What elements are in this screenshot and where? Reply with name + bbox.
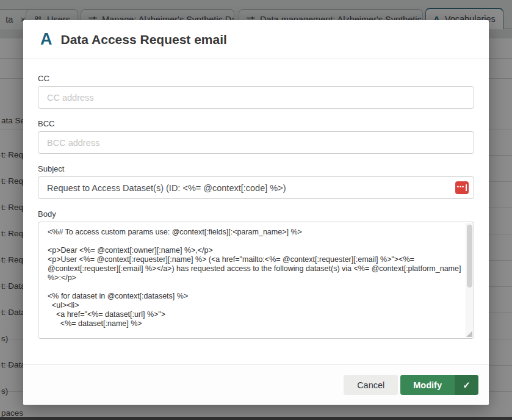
- cc-label: CC: [38, 74, 474, 83]
- dialog-title: Data Access Request email: [61, 32, 227, 47]
- dialog-header: A Data Access Request email: [23, 20, 489, 59]
- body-textarea[interactable]: <%# To access custom params use: @contex…: [38, 222, 474, 339]
- screen: ta × Users × Man: [0, 0, 512, 420]
- dialog-footer: Cancel Modify ✓: [23, 364, 489, 405]
- subject-field-wrapper: •••: [38, 176, 474, 199]
- subject-label: Subject: [38, 164, 474, 173]
- checkmark-icon: ✓: [455, 375, 478, 395]
- scrollbar-track[interactable]: [466, 223, 473, 338]
- cancel-button[interactable]: Cancel: [344, 375, 398, 395]
- dialog-body: CC BCC Subject ••• Body <%# To access cu…: [23, 59, 489, 364]
- resize-handle[interactable]: [466, 331, 472, 337]
- cursor-bar: [466, 184, 467, 191]
- body-text[interactable]: <%# To access custom params use: @contex…: [38, 222, 466, 338]
- letter-a-logo-icon: A: [40, 31, 52, 48]
- bcc-input[interactable]: [38, 131, 474, 154]
- subject-input[interactable]: [38, 176, 474, 199]
- scrollbar-thumb[interactable]: [467, 225, 472, 288]
- cc-input[interactable]: [38, 86, 474, 109]
- body-label: Body: [38, 209, 474, 219]
- data-access-request-email-dialog: A Data Access Request email CC BCC Subje…: [23, 20, 489, 405]
- ellipsis-dots: •••: [457, 184, 464, 190]
- modify-button-label: Modify: [400, 375, 455, 395]
- form-fill-extension-icon[interactable]: •••: [455, 181, 469, 194]
- bcc-label: BCC: [38, 119, 474, 128]
- modify-button[interactable]: Modify ✓: [400, 375, 478, 395]
